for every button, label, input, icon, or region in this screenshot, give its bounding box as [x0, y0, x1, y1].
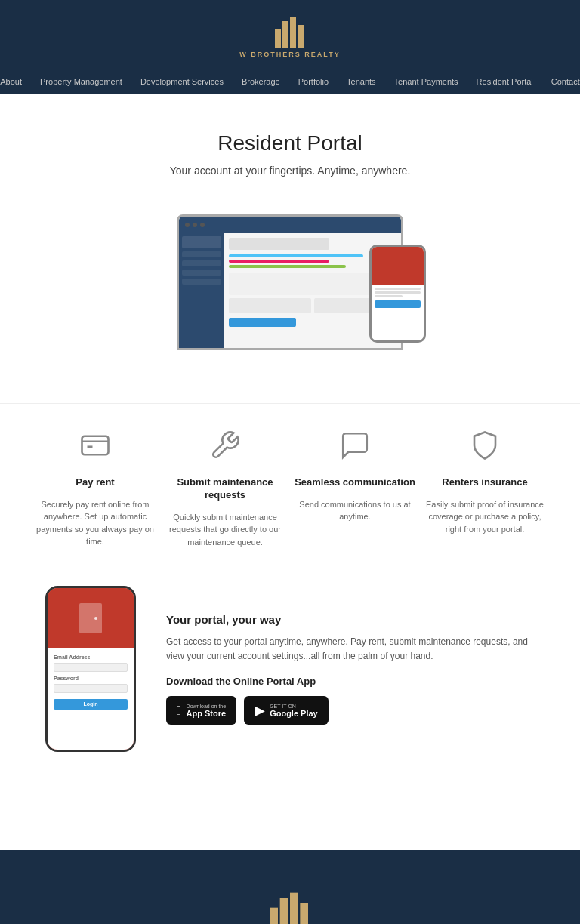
hero-title: Resident Portal [30, 131, 550, 156]
main-content: Resident Portal Your account at your fin… [0, 94, 580, 850]
svg-rect-7 [270, 908, 278, 924]
app-store-button[interactable]:  Download on the App Store [166, 696, 236, 725]
app-store-name: App Store [187, 709, 227, 718]
app-store-sub: Download on the [187, 704, 227, 709]
hero-section: Resident Portal Your account at your fin… [0, 94, 580, 403]
nav-brokerage[interactable]: Brokerage [233, 77, 289, 86]
chat-icon [295, 427, 415, 464]
logo-icon [271, 14, 309, 48]
app-store-text: Download on the App Store [187, 704, 227, 718]
features-section: Pay rent Securely pay rent online from a… [0, 403, 580, 563]
footer-spacer [0, 790, 580, 850]
insurance-title: Renters insurance [424, 476, 545, 489]
download-label: Download the Online Portal App [166, 676, 535, 687]
nav-portfolio[interactable]: Portfolio [289, 77, 338, 86]
phone-screen-top [48, 588, 134, 648]
svg-rect-4 [82, 436, 109, 455]
google-play-button[interactable]: ▶ GET IT ON Google Play [244, 696, 329, 725]
svg-rect-8 [280, 898, 288, 924]
logo-text: W BROTHERS REALTY [239, 51, 340, 58]
logo-area: W BROTHERS REALTY [239, 14, 340, 58]
app-text-content: Your portal, your way Get access to your… [166, 613, 535, 725]
door-icon [79, 603, 102, 633]
maintenance-title: Submit maintenance requests [165, 476, 285, 502]
nav-tenant-payments[interactable]: Tenant Payments [385, 77, 467, 86]
communication-desc: Send communications to us at anytime. [295, 498, 415, 523]
nav-property-management[interactable]: Property Management [31, 77, 131, 86]
footer-logo-icon [264, 888, 316, 924]
shield-icon [424, 427, 545, 464]
site-header: W BROTHERS REALTY About Property Managem… [0, 0, 580, 94]
nav-tenants[interactable]: Tenants [338, 77, 385, 86]
svg-rect-0 [275, 29, 281, 48]
app-buttons:  Download on the App Store ▶ GET IT ON … [166, 696, 535, 725]
phone-large-mockup: Email Address Password Login [45, 586, 136, 752]
insurance-desc: Easily submit proof of insurance coverag… [424, 498, 545, 536]
pay-rent-desc: Securely pay rent online from anywhere. … [35, 498, 156, 548]
wrench-icon [165, 427, 285, 464]
nav-development-services[interactable]: Development Services [131, 77, 233, 86]
communication-title: Seamless communication [295, 476, 415, 489]
main-nav: About Property Management Development Se… [0, 69, 580, 94]
feature-communication: Seamless communication Send communicatio… [295, 427, 415, 548]
maintenance-desc: Quickly submit maintenance requests that… [165, 511, 285, 549]
feature-maintenance: Submit maintenance requests Quickly subm… [165, 427, 285, 548]
svg-rect-10 [300, 903, 308, 924]
phone-mockup [369, 245, 426, 343]
app-heading: Your portal, your way [166, 613, 535, 626]
feature-pay-rent: Pay rent Securely pay rent online from a… [35, 427, 156, 548]
app-section: Email Address Password Login Your portal… [0, 563, 580, 790]
apple-icon:  [177, 703, 182, 719]
feature-insurance: Renters insurance Easily submit proof of… [424, 427, 545, 548]
google-play-name: Google Play [270, 709, 318, 718]
google-play-icon: ▶ [255, 702, 265, 719]
hero-subtitle: Your account at your fingertips. Anytime… [30, 165, 550, 177]
google-play-sub: GET IT ON [270, 704, 318, 709]
pay-rent-title: Pay rent [35, 476, 156, 489]
footer-logo: W BROTHERS REALTY [30, 888, 550, 924]
google-play-text: GET IT ON Google Play [270, 704, 318, 718]
svg-rect-9 [290, 893, 298, 924]
nav-resident-portal[interactable]: Resident Portal [467, 77, 542, 86]
svg-rect-1 [282, 21, 288, 48]
nav-about[interactable]: About [0, 77, 31, 86]
credit-card-icon [35, 427, 156, 464]
svg-rect-2 [290, 17, 296, 48]
site-footer: W BROTHERS REALTY Login TENANT PAYMENTS … [0, 850, 580, 924]
svg-rect-3 [298, 25, 304, 48]
nav-contact[interactable]: Contact [542, 77, 580, 86]
login-button-mockup: Login [54, 699, 128, 710]
phone-form: Email Address Password Login [48, 648, 134, 750]
app-description: Get access to your portal anytime, anywh… [166, 635, 535, 664]
device-mockup [147, 199, 433, 350]
